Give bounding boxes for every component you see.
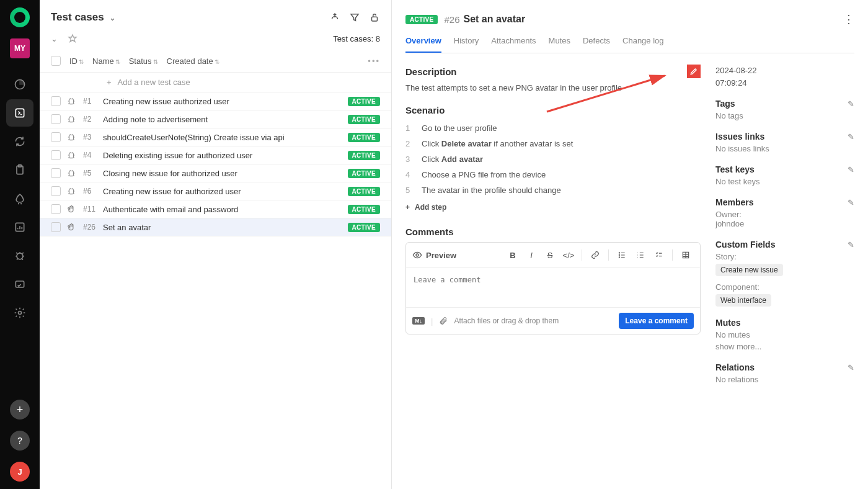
col-status[interactable]: Status⇅: [129, 56, 158, 66]
tab-defects[interactable]: Defects: [583, 36, 610, 53]
edit-custom-icon[interactable]: ✎: [848, 240, 854, 249]
comment-input[interactable]: [406, 268, 700, 305]
scenario-step: 5The avatar in the profile should change: [405, 182, 701, 198]
hand-icon: [67, 205, 77, 213]
row-id: #26: [83, 223, 97, 231]
testkeys-text: No test keys: [715, 177, 854, 186]
edit-tags-icon[interactable]: ✎: [848, 99, 854, 109]
timestamp-text: 2024-08-2207:09:24: [715, 65, 854, 89]
nav-clipboard-icon[interactable]: [6, 156, 33, 184]
bug-icon: [67, 133, 77, 141]
edit-members-icon[interactable]: ✎: [848, 198, 854, 207]
columns-menu-icon[interactable]: •••: [368, 56, 380, 66]
tab-change-log[interactable]: Change log: [622, 36, 664, 53]
table-icon[interactable]: [678, 248, 694, 262]
preview-toggle[interactable]: Preview: [412, 250, 461, 260]
nav-analytics-icon[interactable]: [6, 213, 33, 241]
testcase-list: +Add a new test case#1Creating new issue…: [40, 73, 391, 489]
nav-cycles-icon[interactable]: [6, 128, 33, 155]
testcase-row[interactable]: #6Creating new issue for authorized user…: [40, 182, 391, 200]
tags-text: No tags: [715, 111, 854, 120]
hand-icon: [67, 223, 77, 231]
row-id: #3: [83, 133, 97, 141]
row-id: #4: [83, 151, 97, 159]
leave-comment-button[interactable]: Leave a comment: [619, 313, 694, 329]
tab-mutes[interactable]: Mutes: [549, 36, 570, 53]
chevron-down-icon[interactable]: ⌄: [109, 13, 116, 22]
kebab-menu-icon[interactable]: ⋮: [843, 12, 854, 26]
nav-jobs-icon[interactable]: [6, 271, 33, 298]
show-more-link[interactable]: show more...: [715, 342, 854, 351]
row-checkbox[interactable]: [51, 204, 61, 214]
tab-attachments[interactable]: Attachments: [491, 36, 536, 53]
custom-heading: Custom Fields: [715, 240, 775, 249]
bug-icon: [67, 115, 77, 123]
link-icon[interactable]: [587, 248, 603, 262]
edit-issues-icon[interactable]: ✎: [848, 132, 854, 141]
row-checkbox[interactable]: [51, 114, 61, 124]
italic-icon[interactable]: I: [523, 248, 539, 262]
nav-dashboard-icon[interactable]: [6, 71, 33, 98]
col-created[interactable]: Created date⇅: [167, 56, 219, 66]
testcase-row[interactable]: #5Closing new issue for authorized userA…: [40, 164, 391, 182]
row-checkbox[interactable]: [51, 150, 61, 160]
ol-icon[interactable]: [632, 248, 649, 262]
bug-icon: [67, 97, 77, 105]
help-button[interactable]: ?: [10, 431, 30, 451]
lock-icon[interactable]: [369, 12, 380, 23]
add-button[interactable]: +: [10, 400, 30, 419]
row-checkbox[interactable]: [51, 96, 61, 106]
ul-icon[interactable]: [614, 248, 630, 262]
testcase-row[interactable]: #26Set an avatarACTIVE: [40, 218, 391, 236]
tags-heading: Tags: [715, 99, 735, 109]
attach-icon[interactable]: [439, 316, 448, 325]
testcase-row[interactable]: #3shouldCreateUserNote(String) Create is…: [40, 128, 391, 146]
nav-launches-icon[interactable]: [6, 185, 33, 212]
tab-history[interactable]: History: [454, 36, 479, 53]
select-all-checkbox[interactable]: [51, 56, 61, 66]
scenario-step: 1Go to the user profile: [405, 120, 701, 136]
testcase-row[interactable]: #1Creating new issue authorized userACTI…: [40, 92, 391, 110]
code-icon[interactable]: </>: [560, 248, 577, 262]
svg-rect-14: [69, 189, 74, 194]
row-checkbox[interactable]: [51, 186, 61, 196]
testcase-row[interactable]: #4Deleting existing issue for authorized…: [40, 146, 391, 164]
row-name: Creating new issue authorized user: [103, 97, 342, 106]
row-checkbox[interactable]: [51, 168, 61, 178]
bold-icon[interactable]: B: [505, 248, 521, 262]
chevron-down-icon[interactable]: ⌄: [51, 34, 58, 43]
members-value: johndoe: [715, 219, 854, 228]
star-icon[interactable]: [68, 34, 78, 43]
nav-testcases-icon[interactable]: [6, 99, 33, 127]
testcase-row[interactable]: #2Adding note to advertisementACTIVE: [40, 110, 391, 128]
row-checkbox[interactable]: [51, 132, 61, 142]
attach-hint: Attach files or drag & drop them: [454, 316, 559, 325]
svg-rect-10: [69, 117, 74, 122]
story-chip[interactable]: Create new issue: [715, 264, 783, 276]
nav-settings-icon[interactable]: [6, 299, 33, 326]
project-badge[interactable]: MY: [10, 38, 30, 58]
app-sidebar: MY + ? J: [0, 0, 40, 489]
nav-defects-icon[interactable]: [6, 242, 33, 269]
relations-text: No relations: [715, 375, 854, 384]
user-avatar[interactable]: J: [10, 462, 30, 482]
row-status-badge: ACTIVE: [348, 169, 380, 178]
strike-icon[interactable]: S: [542, 248, 558, 262]
scenario-step: 4Choose a PNG file from the device: [405, 167, 701, 182]
col-id[interactable]: ID⇅: [69, 56, 84, 66]
testcase-row[interactable]: #11Authenticate with email and passwordA…: [40, 200, 391, 218]
edit-testkeys-icon[interactable]: ✎: [848, 165, 854, 174]
col-name[interactable]: Name⇅: [92, 56, 120, 66]
checklist-icon[interactable]: [651, 248, 667, 262]
row-checkbox[interactable]: [51, 222, 61, 232]
component-chip[interactable]: Web interface: [715, 294, 771, 307]
upload-icon[interactable]: [329, 12, 340, 23]
svg-rect-9: [69, 99, 74, 104]
add-step-button[interactable]: +Add step: [405, 203, 701, 212]
row-name: Set an avatar: [103, 223, 342, 232]
add-testcase-row[interactable]: +Add a new test case: [40, 73, 391, 92]
filter-icon[interactable]: [349, 12, 360, 23]
edit-relations-icon[interactable]: ✎: [848, 363, 854, 372]
tab-overview[interactable]: Overview: [405, 36, 441, 53]
edit-description-button[interactable]: [687, 65, 701, 78]
